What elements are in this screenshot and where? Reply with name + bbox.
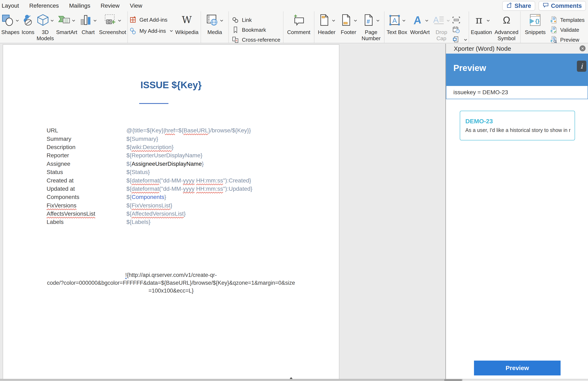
- cross-reference-button[interactable]: Cross-reference: [231, 35, 280, 44]
- ribbon-group-8: {}SnippetsTemplatesValidatePreview: [521, 11, 588, 43]
- equation-button[interactable]: πEquation: [470, 13, 493, 35]
- ribbon-group-1: Get Add-insMy Add-insWWikipedia: [128, 11, 201, 43]
- ribbon-group-5: HeaderFooter#Page Number: [315, 11, 384, 43]
- field-value: ${AssigneeUserDisplayName}: [126, 161, 204, 167]
- media-button[interactable]: Media: [205, 13, 224, 35]
- text-segment: ${Labels}: [126, 219, 150, 225]
- page-number-button[interactable]: #Page Number: [361, 13, 381, 42]
- text-segment: !: [125, 272, 127, 279]
- preview-button[interactable]: Preview: [550, 35, 585, 44]
- top-right-buttons: Share Comments: [502, 1, 586, 11]
- text-segment: }: [170, 202, 172, 209]
- field-row-description: Description${wiki:Description}: [47, 143, 333, 151]
- datetime-button[interactable]: [452, 25, 467, 34]
- ribbon-button-label: Equation: [471, 29, 492, 35]
- templates-button[interactable]: Templates: [550, 16, 585, 24]
- field-label: Labels: [47, 219, 126, 225]
- comment-button[interactable]: Comment: [286, 13, 311, 35]
- horizontal-scrollbar: [0, 379, 588, 381]
- wordart-icon: A: [411, 14, 424, 27]
- text-segment: yyyy: [183, 186, 195, 192]
- document-workspace: ISSUE ${Key} URL@{title=${Key}|href=${Ba…: [0, 44, 445, 379]
- header-button[interactable]: Header: [317, 13, 336, 35]
- equation-icon: π: [473, 14, 485, 27]
- icons-button[interactable]: Icons: [21, 13, 35, 35]
- advanced-symbol-button[interactable]: ΩAdvanced Symbol: [494, 13, 519, 42]
- ribbon-group-6: AText BoxAWordArtADrop Cap: [384, 11, 469, 43]
- text-segment: ${: [126, 144, 131, 150]
- text-segment: dateformat: [131, 177, 159, 184]
- object-icon: [452, 36, 460, 44]
- screenshot-button[interactable]: Screenshot: [98, 13, 127, 35]
- ribbon-stack: Get Add-insMy Add-ins: [129, 15, 173, 36]
- datetime-icon: [452, 26, 460, 34]
- shapes-button[interactable]: Shapes: [0, 13, 20, 35]
- ribbon-button-label: Advanced Symbol: [495, 29, 519, 42]
- text-segment: ("dd-MM-: [159, 177, 183, 184]
- field-value: ${FixVersionsList}: [126, 202, 172, 209]
- preview-button[interactable]: Preview: [474, 360, 561, 375]
- sigline-button[interactable]: [452, 16, 467, 24]
- wikipedia-button[interactable]: WWikipedia: [174, 13, 199, 35]
- bookmark-button[interactable]: Bookmark: [231, 25, 280, 34]
- chevron-down-icon: [93, 19, 97, 22]
- share-icon: [506, 2, 513, 10]
- media-icon: [206, 14, 219, 27]
- object-button[interactable]: [452, 35, 467, 44]
- snippets-button[interactable]: {}Snippets: [524, 13, 546, 35]
- text-segment: code/?color=000000&bgcolor=FFFFFF&data=$…: [47, 280, 295, 286]
- document-page[interactable]: ISSUE ${Key} URL@{title=${Key}|href=${Ba…: [3, 44, 339, 379]
- issue-card[interactable]: DEMO-23 As a user, I'd like a historical…: [460, 111, 575, 140]
- comments-button[interactable]: Comments: [539, 1, 586, 11]
- tab-references[interactable]: References: [29, 2, 59, 9]
- info-icon[interactable]: i: [577, 61, 586, 72]
- xporter-task-pane: Xporter (Word) Node × Preview i DEMO-23 …: [446, 44, 588, 379]
- my-add-ins-button[interactable]: My Add-ins: [129, 26, 173, 36]
- text-segment: "):Created}: [223, 177, 251, 184]
- smartart-button[interactable]: SmartArt: [55, 13, 78, 35]
- validate-button[interactable]: Validate: [550, 25, 585, 34]
- tab-review[interactable]: Review: [101, 2, 120, 9]
- text-segment: }: [202, 161, 204, 167]
- ribbon-button-label: Get Add-ins: [139, 17, 168, 23]
- sigline-icon: [452, 16, 460, 24]
- scrollbar-track[interactable]: [0, 379, 463, 381]
- duck-icon: [22, 14, 34, 27]
- wordart-button[interactable]: AWordArt: [409, 13, 430, 35]
- ribbon: ShapesIcons3D ModelsSmartArtChartScreens…: [0, 11, 588, 43]
- svg-text:Ω: Ω: [503, 14, 510, 25]
- tab-layout[interactable]: Layout: [2, 2, 19, 9]
- link-button[interactable]: Link: [231, 16, 280, 24]
- qr-url-line-2: code/?color=000000&bgcolor=FFFFFF&data=$…: [3, 279, 339, 287]
- share-button[interactable]: Share: [502, 1, 535, 11]
- text-segment: }: [171, 144, 173, 150]
- ribbon-button-label: Drop Cap: [436, 29, 447, 42]
- chevron-down-icon: [118, 19, 122, 22]
- chevron-down-icon: [50, 19, 54, 22]
- svg-text:{}: {}: [535, 18, 539, 24]
- text-segment: ${: [126, 202, 131, 209]
- chart-button[interactable]: Chart: [79, 13, 98, 35]
- tab-mailings[interactable]: Mailings: [69, 2, 90, 9]
- scrollbar-thumb[interactable]: [444, 379, 462, 381]
- ribbon-group-7: πEquationΩAdvanced Symbol: [469, 11, 521, 43]
- 3d-models-button[interactable]: 3D Models: [36, 13, 55, 42]
- svg-text:π: π: [476, 14, 483, 26]
- chevron-down-icon: [464, 39, 467, 41]
- tab-view[interactable]: View: [130, 2, 142, 9]
- footer-button[interactable]: Footer: [339, 13, 358, 35]
- get-add-ins-button[interactable]: Get Add-ins: [129, 15, 173, 24]
- text-segment: Summary: [47, 136, 71, 142]
- text-segment: Created at: [47, 177, 74, 184]
- ribbon-button-label: Bookmark: [242, 27, 266, 33]
- ribbon-button-label: Snippets: [525, 29, 546, 35]
- issuekey-input[interactable]: [446, 85, 588, 99]
- text-box-button[interactable]: AText Box: [386, 13, 408, 35]
- chevron-down-icon: [376, 19, 380, 22]
- qr-url-line-3: =100x100&ecc=L}: [3, 287, 339, 295]
- text-segment: Status: [47, 169, 63, 175]
- text-segment: AffectsVersionsList: [47, 211, 95, 217]
- close-icon[interactable]: ×: [580, 45, 586, 51]
- drop-cap-button[interactable]: ADrop Cap: [432, 13, 451, 42]
- bookmark-icon: [231, 26, 239, 34]
